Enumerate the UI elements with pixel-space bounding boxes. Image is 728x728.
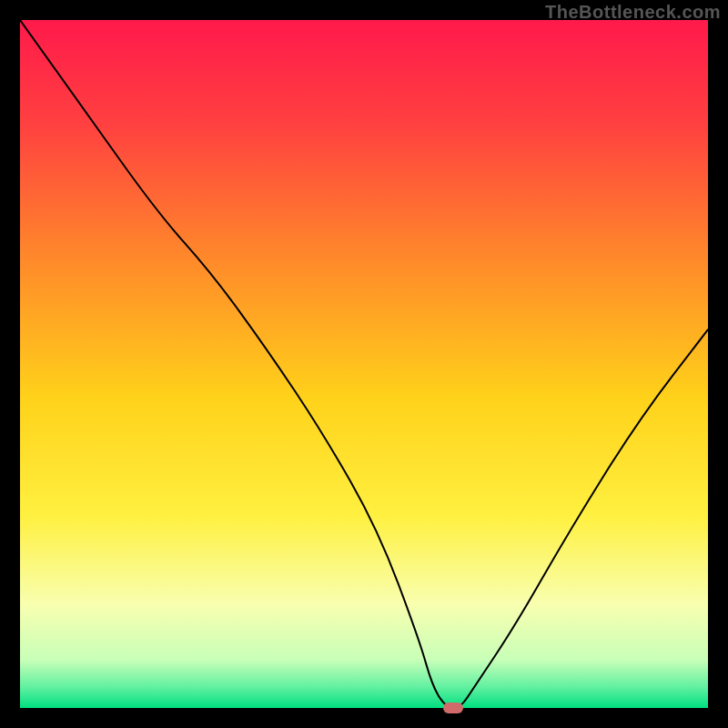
optimal-point-marker <box>443 703 463 713</box>
bottleneck-chart <box>20 20 708 708</box>
chart-frame: TheBottleneck.com <box>0 0 728 728</box>
gradient-background <box>20 20 708 708</box>
plot-area <box>20 20 708 708</box>
watermark-text: TheBottleneck.com <box>545 2 721 23</box>
